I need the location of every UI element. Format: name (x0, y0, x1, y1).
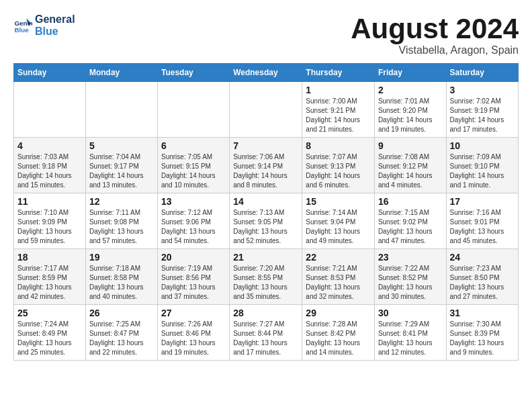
day-cell: 17Sunrise: 7:16 AM Sunset: 9:01 PM Dayli… (446, 193, 518, 249)
day-cell: 21Sunrise: 7:20 AM Sunset: 8:55 PM Dayli… (230, 249, 302, 305)
day-info: Sunrise: 7:29 AM Sunset: 8:41 PM Dayligh… (378, 320, 443, 357)
day-info: Sunrise: 7:28 AM Sunset: 8:42 PM Dayligh… (306, 320, 371, 357)
day-info: Sunrise: 7:12 AM Sunset: 9:06 PM Dayligh… (161, 208, 226, 246)
week-row-1: 1Sunrise: 7:00 AM Sunset: 9:21 PM Daylig… (14, 82, 519, 138)
day-cell: 7Sunrise: 7:06 AM Sunset: 9:14 PM Daylig… (230, 138, 302, 193)
day-info: Sunrise: 7:14 AM Sunset: 9:04 PM Dayligh… (306, 208, 371, 246)
day-cell: 22Sunrise: 7:21 AM Sunset: 8:53 PM Dayli… (302, 249, 375, 305)
day-info: Sunrise: 7:24 AM Sunset: 8:49 PM Dayligh… (17, 320, 82, 357)
day-cell: 23Sunrise: 7:22 AM Sunset: 8:52 PM Dayli… (374, 249, 446, 305)
day-number: 31 (450, 308, 515, 318)
day-info: Sunrise: 7:21 AM Sunset: 8:53 PM Dayligh… (306, 264, 371, 302)
day-cell: 29Sunrise: 7:28 AM Sunset: 8:42 PM Dayli… (302, 305, 375, 361)
day-number: 9 (378, 140, 443, 151)
day-number: 14 (233, 196, 298, 207)
day-number: 3 (450, 85, 515, 95)
title-area: August 2024 Vistabella, Aragon, Spain (351, 13, 519, 56)
day-cell: 16Sunrise: 7:15 AM Sunset: 9:02 PM Dayli… (374, 193, 446, 249)
day-number: 5 (89, 140, 154, 151)
day-cell (85, 82, 157, 138)
day-info: Sunrise: 7:17 AM Sunset: 8:59 PM Dayligh… (17, 264, 82, 302)
day-cell: 10Sunrise: 7:09 AM Sunset: 9:10 PM Dayli… (446, 138, 518, 193)
logo-general: General (35, 13, 75, 26)
day-info: Sunrise: 7:05 AM Sunset: 9:15 PM Dayligh… (161, 152, 226, 190)
day-number: 28 (233, 308, 298, 318)
day-number: 18 (17, 252, 82, 263)
day-number: 16 (378, 196, 443, 207)
day-cell (14, 82, 86, 138)
day-cell: 31Sunrise: 7:30 AM Sunset: 8:39 PM Dayli… (446, 305, 518, 361)
day-info: Sunrise: 7:22 AM Sunset: 8:52 PM Dayligh… (378, 264, 443, 302)
day-cell: 4Sunrise: 7:03 AM Sunset: 9:18 PM Daylig… (14, 138, 86, 193)
day-info: Sunrise: 7:19 AM Sunset: 8:56 PM Dayligh… (161, 264, 226, 302)
col-header-monday: Monday (85, 64, 157, 82)
day-info: Sunrise: 7:27 AM Sunset: 8:44 PM Dayligh… (233, 320, 298, 357)
day-info: Sunrise: 7:03 AM Sunset: 9:18 PM Dayligh… (17, 152, 82, 190)
day-info: Sunrise: 7:09 AM Sunset: 9:10 PM Dayligh… (450, 152, 515, 190)
day-cell (230, 82, 302, 138)
day-number: 27 (161, 308, 226, 318)
page-header: General Blue General Blue August 2024 Vi… (13, 13, 519, 56)
day-cell: 28Sunrise: 7:27 AM Sunset: 8:44 PM Dayli… (230, 305, 302, 361)
day-info: Sunrise: 7:18 AM Sunset: 8:58 PM Dayligh… (89, 264, 154, 302)
day-number: 2 (378, 85, 443, 95)
day-cell: 19Sunrise: 7:18 AM Sunset: 8:58 PM Dayli… (85, 249, 157, 305)
day-number: 13 (161, 196, 226, 207)
day-cell: 2Sunrise: 7:01 AM Sunset: 9:20 PM Daylig… (374, 82, 446, 138)
col-header-wednesday: Wednesday (230, 64, 302, 82)
day-number: 7 (233, 140, 298, 151)
day-info: Sunrise: 7:08 AM Sunset: 9:12 PM Dayligh… (378, 152, 443, 190)
day-info: Sunrise: 7:16 AM Sunset: 9:01 PM Dayligh… (450, 208, 515, 246)
day-info: Sunrise: 7:10 AM Sunset: 9:09 PM Dayligh… (17, 208, 82, 246)
day-number: 8 (306, 140, 371, 151)
day-info: Sunrise: 7:04 AM Sunset: 9:17 PM Dayligh… (89, 152, 154, 190)
day-cell: 30Sunrise: 7:29 AM Sunset: 8:41 PM Dayli… (374, 305, 446, 361)
day-number: 12 (89, 196, 154, 207)
calendar-subtitle: Vistabella, Aragon, Spain (351, 44, 519, 56)
day-info: Sunrise: 7:02 AM Sunset: 9:19 PM Dayligh… (450, 97, 515, 134)
day-cell: 5Sunrise: 7:04 AM Sunset: 9:17 PM Daylig… (85, 138, 157, 193)
day-cell: 26Sunrise: 7:25 AM Sunset: 8:47 PM Dayli… (85, 305, 157, 361)
day-number: 4 (17, 140, 82, 151)
calendar-title: August 2024 (351, 13, 519, 44)
day-number: 24 (450, 252, 515, 263)
day-number: 1 (306, 85, 371, 95)
day-info: Sunrise: 7:13 AM Sunset: 9:05 PM Dayligh… (233, 208, 298, 246)
day-cell: 8Sunrise: 7:07 AM Sunset: 9:13 PM Daylig… (302, 138, 375, 193)
day-cell: 11Sunrise: 7:10 AM Sunset: 9:09 PM Dayli… (14, 193, 86, 249)
day-number: 29 (306, 308, 371, 318)
day-cell: 20Sunrise: 7:19 AM Sunset: 8:56 PM Dayli… (157, 249, 229, 305)
day-number: 30 (378, 308, 443, 318)
day-cell: 27Sunrise: 7:26 AM Sunset: 8:46 PM Dayli… (157, 305, 229, 361)
day-number: 15 (306, 196, 371, 207)
logo: General Blue General Blue (13, 13, 75, 37)
day-cell (157, 82, 229, 138)
day-info: Sunrise: 7:15 AM Sunset: 9:02 PM Dayligh… (378, 208, 443, 246)
day-number: 23 (378, 252, 443, 263)
calendar-table: SundayMondayTuesdayWednesdayThursdayFrid… (13, 63, 519, 361)
day-info: Sunrise: 7:00 AM Sunset: 9:21 PM Dayligh… (306, 97, 371, 134)
day-number: 21 (233, 252, 298, 263)
day-number: 19 (89, 252, 154, 263)
day-cell: 1Sunrise: 7:00 AM Sunset: 9:21 PM Daylig… (302, 82, 375, 138)
header-row: SundayMondayTuesdayWednesdayThursdayFrid… (14, 64, 519, 82)
week-row-3: 11Sunrise: 7:10 AM Sunset: 9:09 PM Dayli… (14, 193, 519, 249)
day-number: 11 (17, 196, 82, 207)
col-header-saturday: Saturday (446, 64, 518, 82)
day-cell: 3Sunrise: 7:02 AM Sunset: 9:19 PM Daylig… (446, 82, 518, 138)
day-number: 26 (89, 308, 154, 318)
day-number: 10 (450, 140, 515, 151)
col-header-thursday: Thursday (302, 64, 375, 82)
col-header-sunday: Sunday (14, 64, 86, 82)
day-cell: 24Sunrise: 7:23 AM Sunset: 8:50 PM Dayli… (446, 249, 518, 305)
logo-icon: General Blue (13, 16, 32, 35)
day-info: Sunrise: 7:20 AM Sunset: 8:55 PM Dayligh… (233, 264, 298, 302)
day-cell: 18Sunrise: 7:17 AM Sunset: 8:59 PM Dayli… (14, 249, 86, 305)
day-number: 17 (450, 196, 515, 207)
day-info: Sunrise: 7:26 AM Sunset: 8:46 PM Dayligh… (161, 320, 226, 357)
logo-blue: Blue (35, 26, 75, 38)
day-info: Sunrise: 7:06 AM Sunset: 9:14 PM Dayligh… (233, 152, 298, 190)
week-row-2: 4Sunrise: 7:03 AM Sunset: 9:18 PM Daylig… (14, 138, 519, 193)
col-header-friday: Friday (374, 64, 446, 82)
col-header-tuesday: Tuesday (157, 64, 229, 82)
